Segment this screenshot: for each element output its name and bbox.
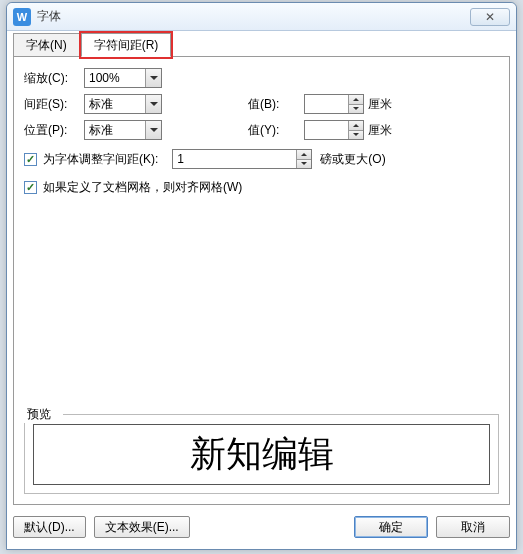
position-combo[interactable]: 标准 xyxy=(84,120,162,140)
chevron-down-icon[interactable] xyxy=(145,69,161,87)
kerning-checkbox[interactable] xyxy=(24,153,37,166)
row-kerning: 为字体调整字间距(K): 1 磅或更大(O) xyxy=(24,147,499,171)
tab-char-spacing[interactable]: 字符间距(R) xyxy=(81,33,172,57)
spacing-panel: 缩放(C): 100% 间距(S): 标准 值(B): 厘米 xyxy=(13,56,510,505)
chevron-down-icon[interactable] xyxy=(145,95,161,113)
groupbox-line xyxy=(63,414,498,415)
spin-down-icon[interactable] xyxy=(297,159,311,169)
row-spacing: 间距(S): 标准 值(B): 厘米 xyxy=(24,91,499,117)
position-label: 位置(P): xyxy=(24,122,84,139)
row-position: 位置(P): 标准 值(Y): 厘米 xyxy=(24,117,499,143)
text-effects-button-label: 文本效果(E)... xyxy=(105,519,179,536)
preview-box: 新知编辑 xyxy=(33,424,490,485)
spin-down-icon[interactable] xyxy=(349,104,363,114)
tab-strip: 字体(N) 字符间距(R) xyxy=(13,33,510,57)
preview-legend: 预览 xyxy=(23,406,55,423)
value-b-spinner[interactable] xyxy=(304,94,364,114)
cancel-button-label: 取消 xyxy=(461,519,485,536)
kerning-spinner[interactable]: 1 xyxy=(172,149,312,169)
snap-grid-label: 如果定义了文档网格，则对齐网格(W) xyxy=(43,179,242,196)
kerning-label: 为字体调整字间距(K): xyxy=(43,151,158,168)
titlebar: W 字体 ✕ xyxy=(7,3,516,31)
spin-up-icon[interactable] xyxy=(297,150,311,159)
preview-sample-text: 新知编辑 xyxy=(190,430,334,479)
scale-value: 100% xyxy=(89,71,120,85)
text-effects-button[interactable]: 文本效果(E)... xyxy=(94,516,190,538)
spin-up-icon[interactable] xyxy=(349,121,363,130)
kerning-suffix: 磅或更大(O) xyxy=(320,151,385,168)
spacing-combo[interactable]: 标准 xyxy=(84,94,162,114)
position-value: 标准 xyxy=(89,122,113,139)
value-y-spinner[interactable] xyxy=(304,120,364,140)
tab-font-label: 字体(N) xyxy=(26,37,67,54)
close-button[interactable]: ✕ xyxy=(470,8,510,26)
font-dialog: W 字体 ✕ 字体(N) 字符间距(R) 缩放(C): 100% 间距(S): xyxy=(6,2,517,550)
default-button-label: 默认(D)... xyxy=(24,519,75,536)
tab-char-spacing-label: 字符间距(R) xyxy=(94,37,159,54)
ok-button-label: 确定 xyxy=(379,519,403,536)
kerning-value: 1 xyxy=(177,152,184,166)
default-button[interactable]: 默认(D)... xyxy=(13,516,86,538)
preview-group: 预览 新知编辑 xyxy=(24,414,499,494)
spin-up-icon[interactable] xyxy=(349,95,363,104)
cancel-button[interactable]: 取消 xyxy=(436,516,510,538)
value-y-label: 值(Y): xyxy=(248,122,304,139)
app-icon: W xyxy=(13,8,31,26)
dialog-footer: 默认(D)... 文本效果(E)... 确定 取消 xyxy=(13,511,510,543)
value-b-unit: 厘米 xyxy=(368,96,392,113)
window-title: 字体 xyxy=(37,8,61,25)
scale-label: 缩放(C): xyxy=(24,70,84,87)
ok-button[interactable]: 确定 xyxy=(354,516,428,538)
value-b-label: 值(B): xyxy=(248,96,304,113)
spacing-label: 间距(S): xyxy=(24,96,84,113)
spacing-value: 标准 xyxy=(89,96,113,113)
ok-cancel-group: 确定 取消 xyxy=(354,516,510,538)
snap-grid-checkbox[interactable] xyxy=(24,181,37,194)
spin-down-icon[interactable] xyxy=(349,130,363,140)
row-snap-grid: 如果定义了文档网格，则对齐网格(W) xyxy=(24,175,499,199)
client-area: 字体(N) 字符间距(R) 缩放(C): 100% 间距(S): 标准 xyxy=(13,33,510,505)
value-y-unit: 厘米 xyxy=(368,122,392,139)
scale-combo[interactable]: 100% xyxy=(84,68,162,88)
tab-font[interactable]: 字体(N) xyxy=(13,33,80,57)
row-scale: 缩放(C): 100% xyxy=(24,65,499,91)
chevron-down-icon[interactable] xyxy=(145,121,161,139)
